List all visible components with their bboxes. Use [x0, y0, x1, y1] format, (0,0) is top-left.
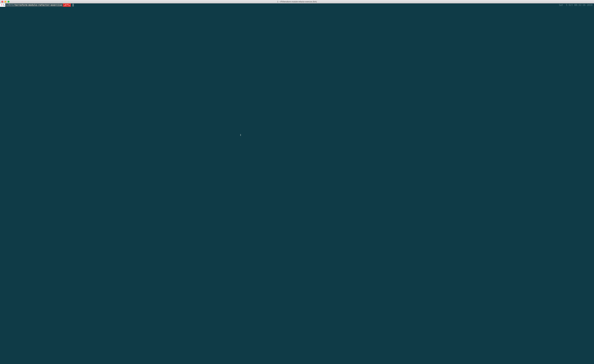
git-label: *…	[67, 3, 70, 7]
minimize-icon[interactable]	[5, 1, 6, 3]
branch-icon: ⎇	[64, 3, 67, 7]
text-caret-icon: I	[240, 134, 241, 136]
traffic-lights	[0, 1, 9, 3]
terminal-viewport[interactable]: ! % ~/P/l/terraform-module-refactor-exer…	[0, 3, 594, 364]
window-titlebar[interactable]: 2. ~/P/l/terraform-module-refactor-exerc…	[0, 0, 594, 3]
prompt-clock: Sat 5 Oct 08:32:16 2019	[559, 3, 593, 7]
status-bang: !	[1, 3, 2, 7]
prompt-path-segment: ~/P/l/terraform-module-refactor-exercise	[5, 3, 63, 7]
path-prefix: ~/P/l/	[6, 3, 14, 7]
close-icon[interactable]	[1, 1, 3, 3]
terminal-cursor	[72, 4, 74, 7]
prompt-git-segment: ⎇*…	[63, 3, 71, 7]
prompt-status-segment: ! %	[0, 3, 5, 7]
terminal-window: 2. ~/P/l/terraform-module-refactor-exerc…	[0, 0, 594, 364]
status-percent: %	[3, 3, 5, 7]
prompt-line: ! % ~/P/l/terraform-module-refactor-exer…	[0, 3, 594, 7]
path-leaf: terraform-module-refactor-exercise	[14, 3, 62, 7]
window-title: 2. ~/P/l/terraform-module-refactor-exerc…	[0, 1, 594, 3]
zoom-icon[interactable]	[7, 1, 9, 3]
gap	[71, 3, 72, 7]
